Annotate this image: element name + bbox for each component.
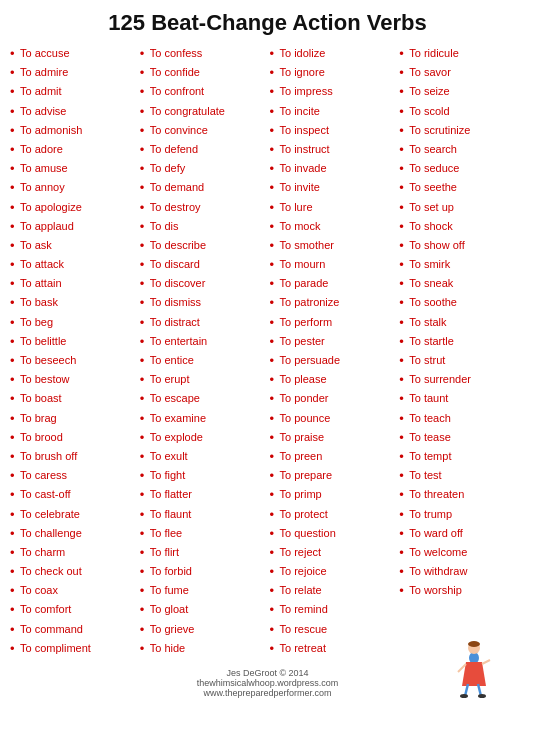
bullet-icon: •: [270, 410, 280, 428]
list-item: •To seduce: [399, 161, 525, 178]
verb-label: To ask: [20, 238, 52, 253]
verb-label: To admire: [20, 65, 68, 80]
bullet-icon: •: [10, 448, 20, 466]
bullet-icon: •: [10, 352, 20, 370]
list-item: •To scold: [399, 104, 525, 121]
list-item: •To celebrate: [10, 507, 136, 524]
list-item: •To invite: [270, 180, 396, 197]
list-item: •To ridicule: [399, 46, 525, 63]
bullet-icon: •: [270, 199, 280, 217]
bullet-icon: •: [10, 486, 20, 504]
verb-label: To invite: [280, 180, 320, 195]
list-item: •To stalk: [399, 315, 525, 332]
bullet-icon: •: [399, 83, 409, 101]
bullet-icon: •: [10, 640, 20, 658]
bullet-icon: •: [10, 237, 20, 255]
bullet-icon: •: [399, 294, 409, 312]
verb-label: To defy: [150, 161, 185, 176]
list-item: •To pounce: [270, 411, 396, 428]
verb-label: To destroy: [150, 200, 201, 215]
bullet-icon: •: [270, 429, 280, 447]
verb-label: To sneak: [409, 276, 453, 291]
bullet-icon: •: [10, 506, 20, 524]
bullet-icon: •: [270, 122, 280, 140]
list-item: •To retreat: [270, 641, 396, 658]
verb-label: To stalk: [409, 315, 446, 330]
list-item: •To pester: [270, 334, 396, 351]
verb-label: To rescue: [280, 622, 328, 637]
bullet-icon: •: [140, 294, 150, 312]
bullet-icon: •: [399, 563, 409, 581]
list-item: •To bask: [10, 295, 136, 312]
bullet-icon: •: [140, 179, 150, 197]
bullet-icon: •: [270, 83, 280, 101]
list-item: •To grieve: [140, 622, 266, 639]
verb-label: To beseech: [20, 353, 76, 368]
bullet-icon: •: [399, 544, 409, 562]
verb-label: To describe: [150, 238, 206, 253]
verb-label: To gloat: [150, 602, 189, 617]
verb-label: To teach: [409, 411, 451, 426]
bullet-icon: •: [10, 390, 20, 408]
bullet-icon: •: [140, 410, 150, 428]
list-item: •To dismiss: [140, 295, 266, 312]
verb-label: To advise: [20, 104, 66, 119]
verb-label: To mourn: [280, 257, 326, 272]
bullet-icon: •: [399, 486, 409, 504]
list-item: •To savor: [399, 65, 525, 82]
bullet-icon: •: [10, 294, 20, 312]
bullet-icon: •: [270, 582, 280, 600]
verb-label: To grieve: [150, 622, 195, 637]
bullet-icon: •: [399, 199, 409, 217]
list-item: •To exult: [140, 449, 266, 466]
list-item: •To discover: [140, 276, 266, 293]
verb-label: To defend: [150, 142, 198, 157]
verb-label: To annoy: [20, 180, 65, 195]
bullet-icon: •: [270, 333, 280, 351]
bullet-icon: •: [10, 83, 20, 101]
bullet-icon: •: [140, 640, 150, 658]
list-item: •To welcome: [399, 545, 525, 562]
bullet-icon: •: [399, 429, 409, 447]
list-item: •To accuse: [10, 46, 136, 63]
bullet-icon: •: [140, 448, 150, 466]
verb-label: To tempt: [409, 449, 451, 464]
list-item: •To idolize: [270, 46, 396, 63]
verb-label: To distract: [150, 315, 200, 330]
bullet-icon: •: [270, 294, 280, 312]
bullet-icon: •: [10, 410, 20, 428]
verb-label: To fight: [150, 468, 185, 483]
verb-label: To rejoice: [280, 564, 327, 579]
verb-label: To withdraw: [409, 564, 467, 579]
bullet-icon: •: [270, 467, 280, 485]
bullet-icon: •: [399, 390, 409, 408]
verb-label: To discover: [150, 276, 206, 291]
verb-label: To check out: [20, 564, 82, 579]
list-item: •To demand: [140, 180, 266, 197]
list-item: •To scrutinize: [399, 123, 525, 140]
verb-label: To entertain: [150, 334, 207, 349]
list-item: •To lure: [270, 200, 396, 217]
list-item: •To brag: [10, 411, 136, 428]
verb-label: To admit: [20, 84, 62, 99]
list-item: •To primp: [270, 487, 396, 504]
list-item: •To shock: [399, 219, 525, 236]
list-item: •To confess: [140, 46, 266, 63]
bullet-icon: •: [10, 601, 20, 619]
list-item: •To flirt: [140, 545, 266, 562]
bullet-icon: •: [10, 621, 20, 639]
svg-point-8: [460, 694, 468, 698]
list-item: •To flee: [140, 526, 266, 543]
bullet-icon: •: [10, 333, 20, 351]
verb-label: To ridicule: [409, 46, 459, 61]
verb-label: To scold: [409, 104, 449, 119]
bullet-icon: •: [399, 160, 409, 178]
footer: Jes DeGroot © 2014 thewhimsicalwhoop.wor…: [8, 668, 527, 698]
bullet-icon: •: [399, 122, 409, 140]
verb-label: To trump: [409, 507, 452, 522]
list-item: •To inspect: [270, 123, 396, 140]
list-item: •To patronize: [270, 295, 396, 312]
list-item: •To fume: [140, 583, 266, 600]
verb-label: To belittle: [20, 334, 66, 349]
bullet-icon: •: [140, 429, 150, 447]
